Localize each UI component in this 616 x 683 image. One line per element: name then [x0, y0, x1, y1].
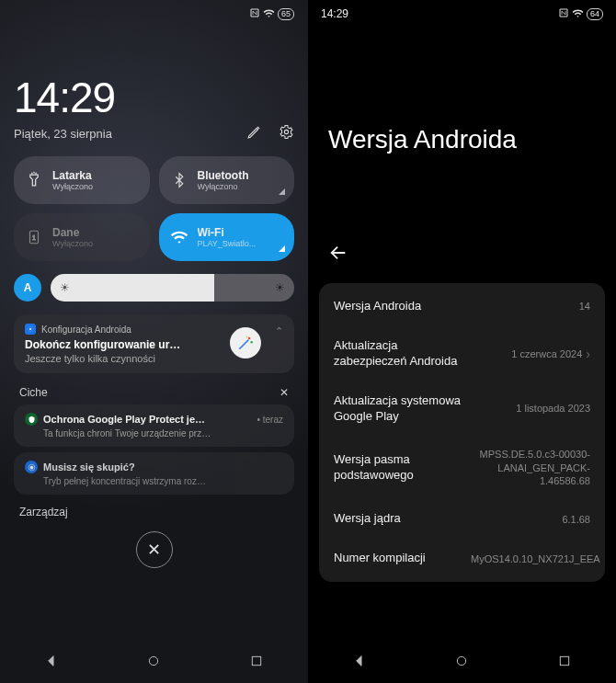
brightness-low-icon: ☀ — [60, 281, 70, 294]
focus-icon — [25, 461, 38, 473]
qs-wifi[interactable]: Wi-Fi PLAY_Swiatlo... — [159, 213, 295, 261]
setup-wand-icon — [230, 327, 261, 359]
svg-rect-10 — [252, 656, 260, 665]
wifi-icon — [263, 7, 275, 21]
manage-button[interactable]: Zarządzaj — [14, 506, 294, 518]
nav-home-icon[interactable] — [146, 654, 161, 672]
qs-bluetooth[interactable]: Bluetooth Wyłączono — [159, 156, 295, 204]
qs-wifi-label: Wi-Fi — [198, 226, 257, 239]
notif-protect-title: Ochrona Google Play Protect je… — [43, 414, 205, 425]
qs-wifi-sub: PLAY_Swiatlo... — [198, 239, 257, 248]
sim-icon: 1 — [25, 228, 43, 246]
chevron-right-icon: › — [586, 347, 590, 361]
svg-point-4 — [248, 337, 251, 340]
back-button[interactable] — [308, 243, 616, 267]
notification-shade: 65 14:29 Piątek, 23 sierpnia Latarka Wył… — [0, 0, 308, 683]
qs-flashlight-sub: Wyłączono — [52, 182, 93, 191]
navbar-right — [308, 643, 616, 683]
svg-text:1: 1 — [32, 234, 36, 241]
qs-mobile-data[interactable]: 1 Dane Wyłączono — [14, 213, 150, 261]
notif-focus-body: Tryb pełnej koncentracji wstrzyma roz… — [43, 476, 283, 486]
notif-focus-title: Musisz się skupić? — [43, 461, 135, 472]
row-build-number[interactable]: Numer kompilacji MyOS14.0.10_NX721J_EEA — [319, 539, 605, 578]
qs-bluetooth-sub: Wyłączono — [198, 182, 249, 191]
notification-android-setup[interactable]: Konfiguracja Androida Dokończ konfigurow… — [14, 314, 294, 373]
version-info-card: Wersja Androida 14 Aktualizacja zabezpie… — [319, 283, 605, 582]
quick-settings-grid: Latarka Wyłączono Bluetooth Wyłączono 1 … — [14, 156, 294, 261]
qs-data-label: Dane — [52, 226, 93, 239]
value-kernel: 6.1.68 — [562, 513, 590, 526]
settings-app-icon — [25, 324, 36, 335]
battery-indicator: 65 — [278, 8, 294, 20]
dismiss-all-button[interactable]: ✕ — [136, 531, 173, 568]
signal-triangle-icon — [279, 188, 285, 195]
nfc-icon — [249, 7, 260, 20]
flashlight-icon — [25, 171, 43, 189]
svg-point-3 — [29, 328, 31, 330]
navbar-left — [0, 643, 308, 683]
svg-point-7 — [29, 465, 33, 469]
label-play-update: Aktualizacja systemowa Google Play — [334, 393, 472, 425]
label-security-update: Aktualizacja zabezpieczeń Androida — [334, 338, 472, 370]
expand-chevron-icon[interactable]: ⌃ — [275, 325, 283, 337]
wifi-icon — [572, 7, 584, 21]
page-title: Wersja Androida — [308, 125, 616, 154]
row-kernel[interactable]: Wersja jądra 6.1.68 — [319, 499, 605, 539]
brightness-row: A ☀ ☀ — [14, 274, 294, 302]
nav-back-icon[interactable] — [44, 654, 59, 672]
android-version-page: 14:29 64 Wersja Androida Wersja Androida… — [308, 0, 616, 683]
date: Piątek, 23 sierpnia — [14, 127, 112, 141]
bluetooth-icon — [170, 171, 188, 189]
notification-play-protect[interactable]: Ochrona Google Play Protect je… • teraz … — [14, 404, 294, 447]
label-baseband: Wersja pasma podstawowego — [334, 452, 460, 484]
row-security-update[interactable]: Aktualizacja zabezpieczeń Androida 1 cze… — [319, 326, 605, 381]
qs-flashlight[interactable]: Latarka Wyłączono — [14, 156, 150, 204]
silent-label: Ciche — [19, 386, 48, 399]
value-play-update: 1 listopada 2023 — [516, 402, 590, 415]
label-build: Numer kompilacji — [334, 551, 426, 566]
value-baseband: MPSS.DE.5.0.c3-00030-LANAI_GEN_PACK-1.46… — [471, 448, 590, 487]
row-baseband[interactable]: Wersja pasma podstawowego MPSS.DE.5.0.c3… — [319, 436, 605, 499]
nav-recents-icon[interactable] — [249, 654, 264, 672]
qs-data-sub: Wyłączono — [52, 239, 93, 248]
status-bar-left-panel: 65 — [14, 0, 294, 22]
value-build: MyOS14.0.10_NX721J_EEA — [471, 552, 590, 565]
svg-point-0 — [284, 130, 288, 133]
shield-icon — [25, 413, 38, 426]
battery-indicator: 64 — [587, 8, 603, 20]
notif-protect-time: • teraz — [251, 415, 283, 425]
auto-brightness-toggle[interactable]: A — [14, 274, 41, 302]
silent-group-header: Ciche ✕ — [14, 386, 294, 399]
value-security-update: 1 czerwca 2024 — [511, 347, 582, 360]
row-play-system-update[interactable]: Aktualizacja systemowa Google Play 1 lis… — [319, 381, 605, 437]
notif-app-name: Konfiguracja Androida — [41, 324, 131, 335]
clock: 14:29 — [14, 73, 294, 122]
notif-protect-body: Ta funkcja chroni Twoje urządzenie prz… — [43, 428, 283, 438]
wifi-tile-icon — [170, 228, 188, 246]
qs-flashlight-label: Latarka — [52, 169, 93, 182]
svg-point-5 — [250, 341, 253, 344]
date-row: Piątek, 23 sierpnia — [14, 124, 294, 143]
svg-point-9 — [150, 656, 158, 665]
svg-point-6 — [246, 336, 248, 338]
value-android-version: 14 — [579, 300, 590, 313]
nav-back-icon[interactable] — [352, 654, 367, 672]
row-android-version[interactable]: Wersja Androida 14 — [319, 287, 605, 326]
svg-rect-12 — [560, 656, 568, 665]
nav-home-icon[interactable] — [454, 654, 469, 672]
status-clock: 14:29 — [321, 7, 348, 20]
nfc-icon — [558, 7, 569, 20]
brightness-slider[interactable]: ☀ ☀ — [51, 274, 294, 302]
edit-icon[interactable] — [246, 124, 262, 143]
label-android-version: Wersja Androida — [334, 299, 421, 314]
svg-point-11 — [458, 656, 466, 665]
notification-focus-mode[interactable]: Musisz się skupić? Tryb pełnej koncentra… — [14, 452, 294, 495]
nav-recents-icon[interactable] — [557, 654, 572, 672]
status-bar-right-panel: 14:29 64 — [308, 0, 616, 22]
dismiss-group-icon[interactable]: ✕ — [279, 386, 289, 399]
label-kernel: Wersja jądra — [334, 511, 401, 527]
qs-bluetooth-label: Bluetooth — [198, 169, 249, 182]
brightness-high-icon: ☀ — [275, 281, 285, 294]
signal-triangle-icon — [279, 245, 285, 252]
settings-icon[interactable] — [279, 124, 294, 143]
